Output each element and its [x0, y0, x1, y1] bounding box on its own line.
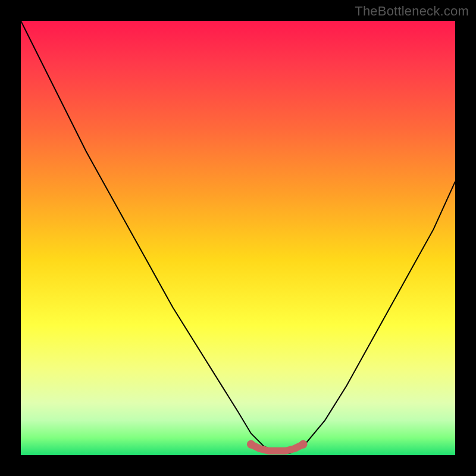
optimal-range-endpoint — [247, 440, 255, 449]
optimal-range-endpoint — [299, 440, 308, 449]
chart-frame: TheBottleneck.com — [0, 0, 476, 476]
chart-svg — [21, 21, 455, 455]
watermark-text: TheBottleneck.com — [355, 4, 469, 19]
plot-area — [21, 21, 455, 455]
optimal-range-marker — [251, 444, 303, 451]
bottleneck-curve — [21, 21, 455, 453]
